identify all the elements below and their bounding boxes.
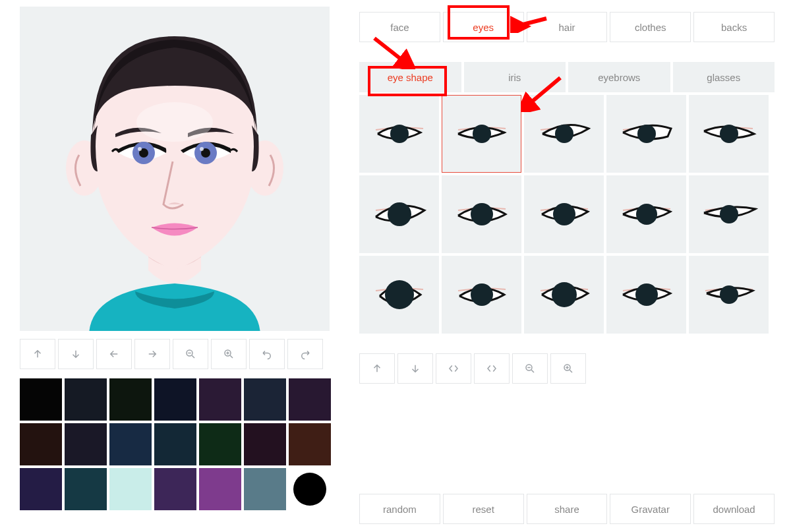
color-swatch[interactable] xyxy=(20,468,62,510)
eye-shape-option[interactable] xyxy=(359,95,439,173)
tab-eyes[interactable]: eyes xyxy=(443,12,524,42)
svg-point-23 xyxy=(552,282,577,307)
part-narrow-button[interactable] xyxy=(436,353,471,384)
svg-point-8 xyxy=(136,102,213,142)
eye-shape-option[interactable] xyxy=(689,175,769,253)
color-swatch[interactable] xyxy=(199,423,241,465)
svg-point-13 xyxy=(555,125,573,143)
svg-point-12 xyxy=(473,125,491,143)
eye-shape-option[interactable] xyxy=(524,256,604,334)
share-button[interactable]: share xyxy=(527,494,608,524)
svg-point-20 xyxy=(720,205,738,223)
subcategory-tabs: eye shape iris eyebrows glasses xyxy=(359,62,775,92)
color-swatch[interactable] xyxy=(109,378,152,421)
color-swatch[interactable] xyxy=(289,378,331,421)
color-swatch[interactable] xyxy=(109,423,152,465)
color-swatch[interactable] xyxy=(20,423,62,465)
part-widen-button[interactable] xyxy=(474,353,510,384)
part-zoom-in-button[interactable] xyxy=(550,353,586,384)
part-down-button[interactable] xyxy=(397,353,433,384)
gravatar-button[interactable]: Gravatar xyxy=(610,494,691,524)
svg-point-11 xyxy=(390,125,409,143)
color-swatch[interactable] xyxy=(244,423,286,465)
eye-shape-option[interactable] xyxy=(359,175,439,253)
eye-shape-option[interactable] xyxy=(606,175,686,253)
move-right-button[interactable] xyxy=(134,339,170,369)
undo-button[interactable] xyxy=(249,339,285,369)
move-left-button[interactable] xyxy=(96,339,132,369)
eye-shape-options xyxy=(359,95,775,334)
tab-clothes[interactable]: clothes xyxy=(610,12,691,42)
color-swatch[interactable] xyxy=(20,378,62,421)
move-up-button[interactable] xyxy=(20,339,55,369)
eye-shape-option[interactable] xyxy=(442,175,521,253)
eye-shape-option[interactable] xyxy=(606,95,686,173)
part-zoom-out-button[interactable] xyxy=(512,353,548,384)
svg-point-22 xyxy=(471,283,493,306)
subtab-eye-shape[interactable]: eye shape xyxy=(359,62,461,92)
action-bar: random reset share Gravatar download xyxy=(359,494,775,524)
svg-point-24 xyxy=(635,283,658,306)
subtab-glasses[interactable]: glasses xyxy=(673,62,775,92)
zoom-out-button[interactable] xyxy=(173,339,208,369)
color-swatch[interactable] xyxy=(289,423,331,465)
eye-shape-option[interactable] xyxy=(606,256,686,334)
svg-point-16 xyxy=(388,202,411,226)
color-swatch[interactable] xyxy=(65,423,107,465)
eye-shape-option[interactable] xyxy=(442,95,521,173)
category-tabs: face eyes hair clothes backs xyxy=(359,12,775,42)
reset-button[interactable]: reset xyxy=(443,494,524,524)
color-swatch[interactable] xyxy=(154,378,196,421)
svg-point-15 xyxy=(720,125,738,143)
eye-shape-option[interactable] xyxy=(689,95,769,173)
part-up-button[interactable] xyxy=(359,353,395,384)
color-swatch[interactable] xyxy=(199,378,241,421)
subtab-eyebrows[interactable]: eyebrows xyxy=(568,62,670,92)
avatar-preview xyxy=(20,7,330,331)
svg-point-17 xyxy=(471,203,493,225)
svg-point-21 xyxy=(385,280,414,309)
tab-face[interactable]: face xyxy=(359,12,440,42)
tab-hair[interactable]: hair xyxy=(527,12,608,42)
color-swatch[interactable] xyxy=(154,468,196,510)
subtab-iris[interactable]: iris xyxy=(464,62,566,92)
random-button[interactable]: random xyxy=(359,494,440,524)
current-color-swatch[interactable] xyxy=(293,473,326,506)
color-swatch[interactable] xyxy=(244,468,286,510)
eye-shape-option[interactable] xyxy=(689,256,769,334)
color-swatch[interactable] xyxy=(154,423,196,465)
svg-point-14 xyxy=(637,125,656,143)
zoom-in-button[interactable] xyxy=(211,339,247,369)
color-swatch[interactable] xyxy=(244,378,286,421)
svg-point-18 xyxy=(553,203,575,225)
svg-point-19 xyxy=(636,204,657,225)
eye-shape-option[interactable] xyxy=(442,256,521,334)
eye-shape-option[interactable] xyxy=(359,256,439,334)
eye-shape-option[interactable] xyxy=(524,95,604,173)
move-down-button[interactable] xyxy=(58,339,94,369)
redo-button[interactable] xyxy=(287,339,323,369)
tab-backs[interactable]: backs xyxy=(693,12,775,42)
svg-point-25 xyxy=(720,285,738,304)
preview-toolbar xyxy=(20,339,330,369)
color-swatch[interactable] xyxy=(199,468,241,510)
svg-point-7 xyxy=(200,147,204,151)
part-toolbar xyxy=(359,353,775,384)
color-swatch[interactable] xyxy=(65,378,107,421)
color-swatch[interactable] xyxy=(65,468,107,510)
svg-point-4 xyxy=(138,147,142,151)
eye-shape-option[interactable] xyxy=(524,175,604,253)
download-button[interactable]: download xyxy=(693,494,775,524)
color-palette xyxy=(20,378,336,510)
color-swatch[interactable] xyxy=(109,468,152,510)
